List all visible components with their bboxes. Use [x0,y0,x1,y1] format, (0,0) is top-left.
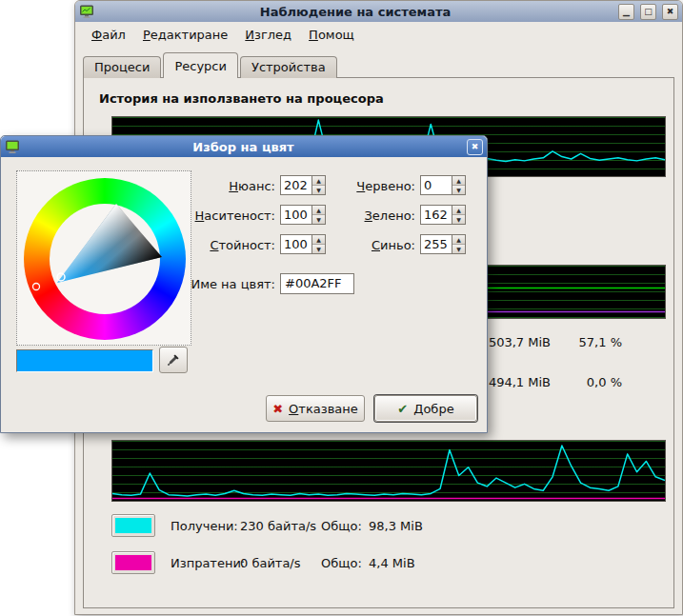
received-color-swatch [111,514,155,537]
blue-value[interactable]: 255 [421,235,452,253]
red-label: Червено: [330,179,415,193]
tab-processes[interactable]: Процеси [83,56,161,78]
system-monitor-icon [79,4,94,19]
memory-percent: 57,1 % [565,335,622,349]
color-picker-dialog: Избор на цвят ✖ Нюанс [0,135,488,433]
green-spin-up-button[interactable]: ▲ [452,206,465,215]
sent-total: 4,4 MiB [369,556,415,570]
sent-total-label: Общо: [321,556,369,570]
dialog-titlebar[interactable]: Избор на цвят ✖ [1,136,487,157]
value-value[interactable]: 100 [281,235,311,253]
maximize-icon: □ [644,7,653,16]
saturation-label: Наситеност: [187,209,275,223]
sent-color-swatch [111,551,155,574]
green-spin-down-button[interactable]: ▼ [452,215,465,224]
maximize-button[interactable]: □ [640,4,656,20]
saturation-spinbutton[interactable]: 100 ▲▼ [280,205,326,225]
notebook-tabs: Процеси Ресурси Устройства [83,52,339,78]
value-spin-down-button[interactable]: ▼ [312,245,325,253]
cancel-button[interactable]: ✖ Отказване [266,395,365,422]
menu-help[interactable]: Помощ [300,24,363,46]
received-label: Получени: [171,519,240,533]
menubar: Файл Редактиране Изглед Помощ [75,22,682,47]
window-title: Наблюдение на системата [98,5,613,19]
network-history-chart [111,440,666,502]
received-rate: 230 байта/s [240,519,321,533]
dialog-icon [5,139,20,154]
saturation-spin-up-button[interactable]: ▲ [312,206,325,215]
hue-spin-down-button[interactable]: ▼ [312,186,325,194]
hue-spin-up-button[interactable]: ▲ [312,176,325,186]
legend-received-row: Получени: 230 байта/s Общо: 98,3 MiB [111,513,423,538]
sent-swatch-color [115,555,151,570]
menu-edit[interactable]: Редактиране [134,24,236,46]
cancel-icon: ✖ [272,403,283,415]
red-value[interactable]: 0 [421,176,452,194]
dialog-title: Избор на цвят [24,140,463,154]
red-spin-up-button[interactable]: ▲ [452,176,465,186]
tab-resources[interactable]: Ресурси [163,52,238,78]
color-name-label: Име на цвят: [187,277,275,291]
main-titlebar[interactable]: Наблюдение на системата ▁ □ ✖ [75,1,682,22]
blue-spinbutton[interactable]: 255 ▲▼ [420,234,466,254]
color-name-input[interactable]: #00A2FF [280,273,354,294]
cancel-button-label: Отказване [289,402,358,416]
received-total: 98,3 MiB [369,519,423,533]
swap-amount: 494,1 MiB [479,375,551,389]
hue-value[interactable]: 202 [281,176,311,194]
blue-spin-up-button[interactable]: ▲ [452,235,465,245]
hue-marker[interactable] [33,284,40,290]
hue-spinbutton[interactable]: 202 ▲▼ [280,175,326,195]
cpu-history-heading: История на използването на процесора [99,91,384,106]
memory-amount: 503,7 MiB [479,335,551,349]
minimize-button[interactable]: ▁ [618,4,634,20]
received-swatch-color [115,518,151,533]
legend-sent-row: Изпратени: 0 байта/s Общо: 4,4 MiB [111,550,415,575]
saturation-value[interactable]: 100 [281,206,311,224]
minimize-icon: ▁ [623,7,630,16]
sent-rate: 0 байта/s [240,556,321,570]
value-spinbutton[interactable]: 100 ▲▼ [280,234,326,254]
color-wheel[interactable] [16,170,191,346]
eyedropper-button[interactable] [159,347,188,373]
hue-label: Нюанс: [187,179,275,193]
close-button[interactable]: ✖ [662,4,678,20]
red-spinbutton[interactable]: 0 ▲▼ [420,175,466,195]
green-spinbutton[interactable]: 162 ▲▼ [420,205,466,225]
ok-icon: ✔ [397,403,408,415]
swap-percent: 0,0 % [565,375,622,389]
sent-label: Изпратени: [171,556,240,570]
dialog-close-button[interactable]: ✖ [467,139,483,155]
green-value[interactable]: 162 [421,206,452,224]
eyedropper-icon [166,352,181,368]
dialog-close-icon: ✖ [472,142,479,151]
green-label: Зелено: [330,209,415,223]
close-icon: ✖ [667,7,674,16]
blue-label: Синьо: [330,238,415,252]
value-spin-up-button[interactable]: ▲ [312,235,325,245]
value-label: Стойност: [187,238,275,252]
received-total-label: Общо: [321,519,369,533]
color-preview [16,349,153,372]
red-spin-down-button[interactable]: ▼ [452,186,465,194]
tab-devices[interactable]: Устройства [240,56,337,78]
ok-button[interactable]: ✔ Добре [374,395,477,422]
ok-button-label: Добре [413,402,453,416]
hsv-triangle[interactable] [17,171,192,347]
menu-file[interactable]: Файл [83,24,134,46]
saturation-spin-down-button[interactable]: ▼ [312,215,325,224]
menu-view[interactable]: Изглед [236,24,300,46]
blue-spin-down-button[interactable]: ▼ [452,245,465,253]
